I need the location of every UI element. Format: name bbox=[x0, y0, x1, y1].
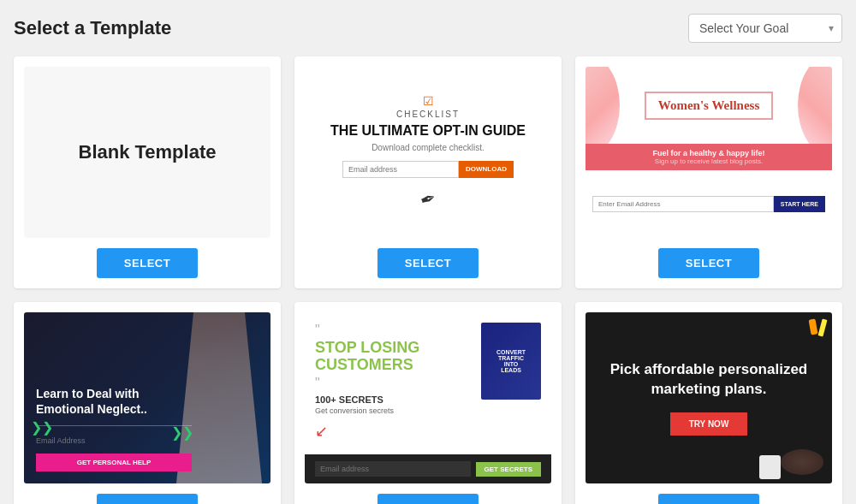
marketing-preview: Pick affordable personalized marketing p… bbox=[586, 312, 832, 483]
template-card-marketing: Pick affordable personalized marketing p… bbox=[575, 302, 842, 504]
emotional-help-btn[interactable]: GET PERSONAL HELP bbox=[36, 454, 192, 471]
select-button-stop[interactable]: SELECT bbox=[377, 494, 479, 504]
bowl-decoration bbox=[781, 449, 823, 475]
template-preview-wellness: Women's Wellness Fuel for a healthy & ha… bbox=[586, 67, 832, 238]
stop-text-col: " STOP LOSING CUSTOMERS " 100+ SECRETS G… bbox=[315, 323, 474, 448]
wellness-preview: Women's Wellness Fuel for a healthy & ha… bbox=[586, 67, 832, 238]
stop-bottom: GET SECRETS bbox=[305, 454, 551, 483]
stop-book: CONVERT TRAFFIC INTO LEADS bbox=[481, 323, 541, 400]
checklist-email-input[interactable] bbox=[342, 161, 459, 178]
checklist-title: THE ULTIMATE OPT-IN GUIDE bbox=[330, 122, 526, 139]
select-button-checklist[interactable]: SELECT bbox=[377, 248, 479, 278]
checklist-icon: ☑ bbox=[423, 94, 434, 108]
wellness-top: Women's Wellness bbox=[586, 67, 832, 144]
select-button-emotional[interactable]: SELECT bbox=[97, 494, 198, 504]
wellness-title-box: Women's Wellness bbox=[645, 92, 774, 120]
checklist-download-btn[interactable]: DOWNLOAD bbox=[459, 161, 514, 178]
template-preview-emotional: Learn to Deal with Emotional Neglect.. ❯… bbox=[24, 312, 270, 483]
templates-grid: Blank Template SELECT ☑ CHECKLIST THE UL… bbox=[14, 56, 842, 504]
wellness-start-btn[interactable]: START HERE bbox=[774, 196, 825, 212]
flowers-right-decoration bbox=[789, 67, 832, 144]
arrow-right-icon: ❯❯ bbox=[171, 424, 193, 441]
pen-icon: ✒ bbox=[417, 186, 439, 212]
checklist-form: DOWNLOAD bbox=[342, 161, 514, 178]
page-title: Select a Template bbox=[14, 17, 171, 39]
marketing-decorations bbox=[810, 319, 825, 336]
template-preview-marketing: Pick affordable personalized marketing p… bbox=[586, 312, 832, 483]
emotional-email-input[interactable] bbox=[36, 436, 192, 445]
marketing-try-btn[interactable]: TRY NOW bbox=[670, 412, 748, 436]
checklist-preview: ☑ CHECKLIST THE ULTIMATE OPT-IN GUIDE Do… bbox=[305, 67, 551, 238]
wellness-sub: Sign up to receive latest blog posts. bbox=[594, 157, 823, 165]
emotional-form-area bbox=[36, 425, 192, 447]
flowers-left-decoration bbox=[586, 67, 628, 144]
template-card-checklist: ☑ CHECKLIST THE ULTIMATE OPT-IN GUIDE Do… bbox=[294, 56, 562, 288]
template-preview-blank: Blank Template bbox=[24, 67, 270, 238]
stop-secrets-btn[interactable]: GET SECRETS bbox=[476, 462, 541, 477]
blank-template-label: Blank Template bbox=[79, 141, 217, 163]
template-preview-checklist: ☑ CHECKLIST THE ULTIMATE OPT-IN GUIDE Do… bbox=[305, 67, 551, 238]
goal-select-wrapper: Select Your Goal bbox=[688, 14, 842, 43]
template-card-stop-losing: " STOP LOSING CUSTOMERS " 100+ SECRETS G… bbox=[294, 302, 562, 504]
cup-decoration bbox=[759, 455, 781, 479]
wellness-email-input[interactable] bbox=[592, 196, 774, 212]
stop-description: Get conversion secrets bbox=[315, 406, 474, 415]
wellness-middle: Fuel for a healthy & happy life! Sign up… bbox=[586, 144, 832, 170]
page-header: Select a Template Select Your Goal bbox=[14, 14, 842, 43]
stop-subheadline: 100+ SECRETS bbox=[315, 394, 474, 405]
wellness-bottom: START HERE bbox=[586, 170, 832, 238]
select-button-wellness[interactable]: SELECT bbox=[658, 248, 759, 278]
wellness-title: Women's Wellness bbox=[658, 98, 760, 113]
stop-email-input[interactable] bbox=[315, 461, 471, 477]
template-preview-stop: " STOP LOSING CUSTOMERS " 100+ SECRETS G… bbox=[305, 312, 551, 483]
stop-open-quote: " bbox=[315, 323, 320, 337]
pencil-icon bbox=[818, 319, 828, 337]
checklist-badge: CHECKLIST bbox=[396, 110, 460, 119]
clip-icon bbox=[808, 318, 817, 335]
stop-headline: STOP LOSING CUSTOMERS bbox=[315, 340, 474, 374]
goal-select[interactable]: Select Your Goal bbox=[688, 14, 842, 43]
stop-preview: " STOP LOSING CUSTOMERS " 100+ SECRETS G… bbox=[305, 312, 551, 483]
select-button-marketing[interactable]: SELECT bbox=[658, 494, 759, 504]
wellness-tagline: Fuel for a healthy & happy life! bbox=[594, 149, 823, 157]
template-card-emotional: Learn to Deal with Emotional Neglect.. ❯… bbox=[14, 302, 281, 504]
template-card-wellness: Women's Wellness Fuel for a healthy & ha… bbox=[575, 56, 842, 288]
wellness-form: START HERE bbox=[592, 196, 825, 212]
stop-close-quote: " bbox=[315, 376, 320, 390]
checklist-subtitle: Download complete checklist. bbox=[372, 143, 484, 152]
arrow-left-icon: ❯❯ bbox=[31, 419, 53, 436]
down-arrow-icon: ↙ bbox=[315, 422, 474, 441]
emotional-preview: Learn to Deal with Emotional Neglect.. ❯… bbox=[24, 312, 270, 483]
stop-top: " STOP LOSING CUSTOMERS " 100+ SECRETS G… bbox=[305, 312, 551, 454]
select-button-blank[interactable]: SELECT bbox=[97, 248, 198, 278]
emotional-title: Learn to Deal with Emotional Neglect.. bbox=[36, 386, 259, 417]
marketing-title: Pick affordable personalized marketing p… bbox=[599, 360, 818, 398]
template-card-blank: Blank Template SELECT bbox=[14, 56, 281, 288]
blank-preview: Blank Template bbox=[24, 67, 270, 238]
